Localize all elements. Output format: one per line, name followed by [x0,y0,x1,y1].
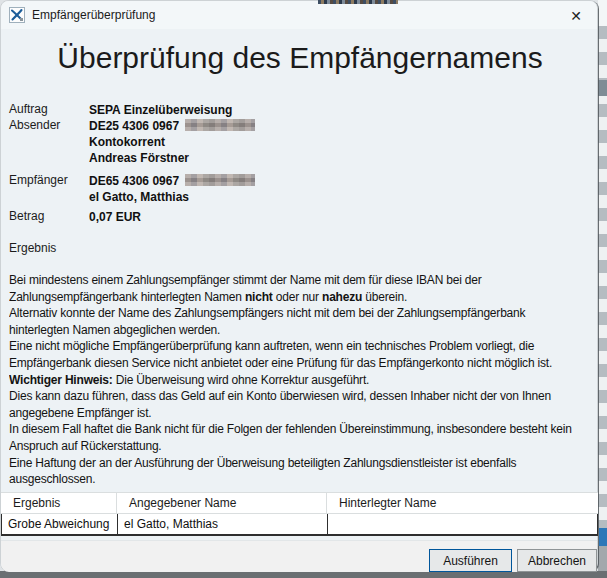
notice-line: angegebene Empfänger ist. [9,405,597,422]
result-table-body: Grobe Abweichungel Gatto, Matthias [1,514,598,536]
column-header[interactable]: Ergebnis [1,493,116,513]
close-button[interactable]: ✕ [563,4,589,27]
detail-value: el Gatto, Matthias [89,189,255,205]
notice-line: Alternativ konnte der Name des Zahlungse… [9,305,597,322]
window-title: Empfängerüberprüfung [32,8,155,22]
notice-line: Wichtiger Hinweis: Die Überweisung wird … [9,372,597,389]
background-window-top [598,0,607,26]
notice-text: Bei mindestens einem Zahlungsempfänger s… [9,272,597,488]
background-bottom-strip [0,571,607,578]
detail-value: SEPA Einzelüberweisung [89,102,232,118]
notice-line: Empfängerbank diesen Service nicht anbie… [9,355,597,372]
close-icon: ✕ [570,8,582,24]
detail-label: Auftrag [9,102,48,116]
background-window-band [598,80,607,96]
result-section-label: Ergebnis [9,241,56,255]
detail-values: DE25 4306 0967KontokorrentAndreas Förstn… [89,118,255,166]
table-cell [327,514,597,534]
background-scrollbar [599,528,607,546]
notice-line: Bei mindestens einem Zahlungsempfänger s… [9,272,597,289]
table-row[interactable]: Grobe Abweichungel Gatto, Matthias [1,514,598,536]
result-table-header: ErgebnisAngegebener NameHinterlegter Nam… [1,492,598,514]
notice-line: Zahlungsempfängerbank hinterlegten Namen… [9,289,597,306]
recipient-verification-dialog: Empfängerüberprüfung ✕ Überprüfung des E… [0,0,598,571]
result-table: ErgebnisAngegebener NameHinterlegter Nam… [1,492,598,536]
dialog-heading: Überprüfung des Empfängernamens [1,41,599,75]
detail-values: SEPA Einzelüberweisung [89,102,232,118]
detail-value: 0,07 EUR [89,209,141,225]
column-header[interactable]: Angegebener Name [116,493,326,513]
detail-values: DE65 4306 0967el Gatto, Matthias [89,173,255,205]
redacted-iban [185,174,255,186]
detail-label: Empfänger [9,173,68,187]
notice-line: Eine nicht mögliche Empfängerüberprüfung… [9,338,597,355]
notice-line: ausgeschlossen. [9,471,597,488]
redacted-background-title [318,0,398,4]
column-header[interactable]: Hinterlegter Name [326,493,598,513]
table-cell: Grobe Abweichung [2,514,117,534]
redacted-iban [185,119,255,131]
title-bar[interactable]: Empfängerüberprüfung ✕ [1,1,597,29]
screen: Empfängerüberprüfung ✕ Überprüfung des E… [0,0,607,578]
notice-line: Anspruch auf Rückerstattung. [9,438,597,455]
notice-line: Dies kann dazu führen, dass das Geld auf… [9,388,597,405]
notice-line: hinterlegten Namen abgeglichen werden. [9,322,597,339]
notice-line: In diesem Fall haftet die Bank nicht für… [9,421,597,438]
execute-button[interactable]: Ausführen [429,549,512,572]
detail-value: Kontokorrent [89,134,255,150]
notice-line: Eine Haftung der an der Ausführung der Ü… [9,455,597,472]
detail-values: 0,07 EUR [89,209,141,225]
detail-label: Betrag [9,209,44,223]
detail-value: DE65 4306 0967 [89,173,255,189]
detail-value: Andreas Förstner [89,150,255,166]
cancel-button[interactable]: Abbrechen [517,549,597,572]
detail-value: DE25 4306 0967 [89,118,255,134]
table-cell: el Gatto, Matthias [117,514,327,534]
detail-label: Absender [9,118,60,132]
footer-bar: Ausführen Abbrechen [1,540,597,572]
app-icon [9,7,25,23]
